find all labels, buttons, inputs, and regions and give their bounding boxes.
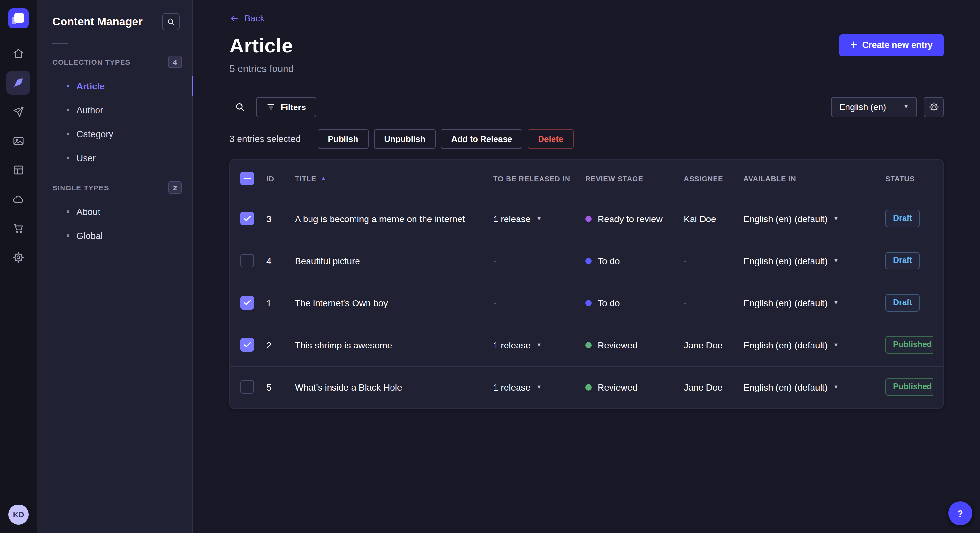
- chevron-down-icon: ▼: [834, 216, 839, 221]
- review-stage-label: To do: [598, 255, 620, 266]
- review-stage-label: Ready to review: [598, 213, 663, 224]
- locale-dropdown[interactable]: English (en) (default)▼: [743, 339, 885, 350]
- sidebar-item-label: Author: [76, 105, 103, 115]
- list-settings-button[interactable]: [924, 97, 944, 117]
- back-link[interactable]: Back: [229, 13, 264, 23]
- filter-icon: [266, 102, 275, 111]
- delete-button[interactable]: Delete: [528, 128, 574, 149]
- locale-value: English (en) (default): [743, 339, 828, 350]
- locale-dropdown[interactable]: English (en) (default)▼: [743, 213, 885, 224]
- locale-select[interactable]: English (en) ▼: [831, 97, 917, 117]
- column-header-title[interactable]: TITLE▲: [295, 174, 493, 182]
- releases-icon[interactable]: [6, 100, 30, 124]
- status-badge: Draft: [885, 252, 920, 270]
- sidebar-item-category[interactable]: Category: [37, 122, 192, 146]
- row-checkbox[interactable]: [240, 212, 254, 225]
- sidebar-item-label: User: [76, 152, 95, 163]
- plus-icon: +: [850, 38, 857, 50]
- chevron-down-icon: ▼: [536, 342, 541, 347]
- status-badge: Draft: [885, 210, 920, 227]
- media-library-icon[interactable]: [6, 129, 30, 153]
- row-checkbox[interactable]: [240, 254, 254, 268]
- list-toolbar: Filters English (en) ▼: [229, 97, 944, 117]
- check-icon: [243, 341, 251, 349]
- table-row[interactable]: 5 What's inside a Black Hole 1 release▼ …: [230, 366, 943, 408]
- row-checkbox[interactable]: [240, 338, 254, 352]
- locale-dropdown[interactable]: English (en) (default)▼: [743, 255, 885, 266]
- review-stage-label: Reviewed: [598, 339, 638, 350]
- chevron-down-icon: ▼: [536, 384, 541, 390]
- row-assignee: -: [684, 255, 743, 266]
- release-value: 1 release: [493, 339, 530, 350]
- review-stage: To do: [585, 298, 684, 308]
- sidebar-search-button[interactable]: [162, 13, 180, 30]
- create-entry-button[interactable]: + Create new entry: [839, 34, 944, 56]
- row-checkbox[interactable]: [240, 296, 254, 309]
- release-dropdown[interactable]: 1 release▼: [493, 382, 585, 392]
- row-id: 2: [266, 339, 295, 350]
- filters-button[interactable]: Filters: [256, 97, 316, 117]
- sidebar-item-author[interactable]: Author: [37, 98, 192, 122]
- help-button[interactable]: ?: [948, 501, 972, 525]
- marketplace-icon[interactable]: [6, 216, 30, 240]
- review-stage: Reviewed: [585, 339, 684, 350]
- column-header-id[interactable]: ID: [266, 174, 295, 182]
- search-icon: [167, 17, 175, 26]
- table-row[interactable]: 2 This shrimp is awesome 1 release▼ Revi…: [230, 324, 943, 366]
- row-assignee: Jane Doe: [684, 382, 743, 392]
- row-title: The internet's Own boy: [295, 298, 493, 308]
- table-row[interactable]: 1 The internet's Own boy -▼ To do - Engl…: [230, 281, 943, 324]
- table-row[interactable]: 4 Beautiful picture -▼ To do - English (…: [230, 239, 943, 281]
- select-all-checkbox[interactable]: [240, 171, 254, 185]
- divider: [52, 43, 68, 44]
- stage-dot-icon: [585, 384, 592, 390]
- table-row[interactable]: 3 A bug is becoming a meme on the intern…: [230, 197, 943, 239]
- strapi-logo[interactable]: [8, 8, 29, 29]
- row-title: A bug is becoming a meme on the internet: [295, 213, 493, 224]
- release-dropdown[interactable]: 1 release▼: [493, 339, 585, 350]
- release-dropdown[interactable]: -▼: [493, 255, 585, 266]
- stage-dot-icon: [585, 342, 592, 348]
- content-manager-icon[interactable]: [6, 71, 30, 95]
- single-types-section: SINGLE TYPES 2 About Global: [37, 181, 192, 247]
- sidebar-item-label: Category: [76, 128, 113, 139]
- row-checkbox[interactable]: [240, 380, 254, 394]
- page-title: Article: [229, 34, 293, 57]
- row-id: 4: [266, 255, 295, 266]
- cloud-icon[interactable]: [6, 187, 30, 211]
- locale-dropdown[interactable]: English (en) (default)▼: [743, 298, 885, 308]
- bullet-icon: [67, 108, 69, 111]
- locale-value: English (en) (default): [743, 213, 828, 224]
- row-title: This shrimp is awesome: [295, 339, 493, 350]
- release-dropdown[interactable]: -▼: [493, 298, 585, 308]
- column-header-status: STATUS: [885, 174, 933, 182]
- sidebar-item-article[interactable]: Article: [37, 74, 192, 98]
- add-to-release-button[interactable]: Add to Release: [441, 128, 522, 149]
- settings-icon[interactable]: [6, 246, 30, 270]
- user-avatar[interactable]: KD: [8, 504, 29, 525]
- selected-count: 3 entries selected: [229, 133, 301, 144]
- entries-table: ID TITLE▲ TO BE RELEASED IN REVIEW STAGE…: [229, 159, 944, 408]
- row-id: 5: [266, 382, 295, 392]
- check-icon: [243, 298, 251, 307]
- home-icon[interactable]: [6, 41, 30, 65]
- sidebar-item-global[interactable]: Global: [37, 224, 192, 247]
- content-type-builder-icon[interactable]: [6, 158, 30, 182]
- sidebar-item-user[interactable]: User: [37, 146, 192, 170]
- release-value: -: [493, 298, 496, 308]
- column-header-to-be-released-in: TO BE RELEASED IN: [493, 174, 585, 182]
- status-badge: Draft: [885, 294, 920, 311]
- collection-types-count: 4: [168, 56, 182, 68]
- content-manager-sidebar: Content Manager COLLECTION TYPES 4 Artic…: [37, 0, 193, 533]
- sidebar-item-label: About: [76, 206, 100, 217]
- unpublish-button[interactable]: Unpublish: [374, 128, 436, 149]
- selection-bar: 3 entries selected Publish Unpublish Add…: [229, 128, 944, 149]
- table-header: ID TITLE▲ TO BE RELEASED IN REVIEW STAGE…: [230, 160, 943, 197]
- publish-button[interactable]: Publish: [317, 128, 369, 149]
- locale-dropdown[interactable]: English (en) (default)▼: [743, 382, 885, 392]
- sidebar-item-about[interactable]: About: [37, 200, 192, 224]
- row-title: What's inside a Black Hole: [295, 382, 493, 392]
- search-button[interactable]: [229, 97, 250, 117]
- release-dropdown[interactable]: 1 release▼: [493, 213, 585, 224]
- check-icon: [243, 214, 251, 223]
